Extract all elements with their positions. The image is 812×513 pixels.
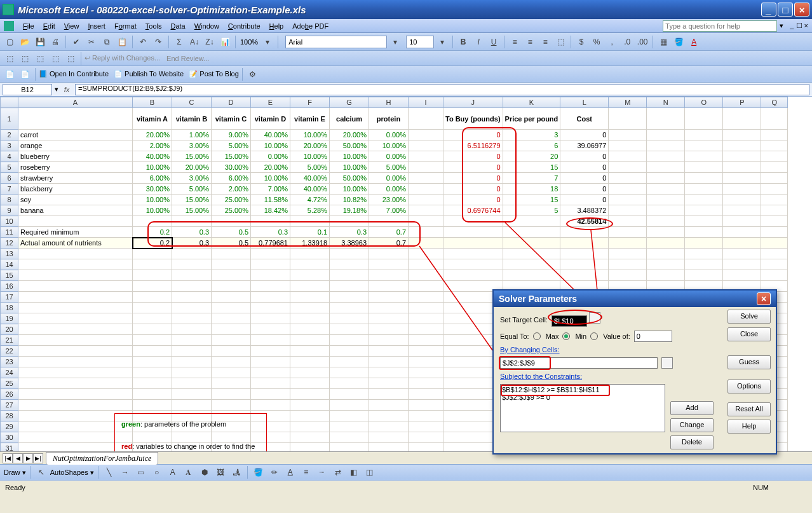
col-header[interactable]: G (330, 97, 369, 108)
cell[interactable]: 10.00% (133, 162, 172, 173)
col-header[interactable]: O (685, 97, 723, 108)
row-header[interactable]: 4 (1, 151, 18, 162)
cell[interactable] (133, 357, 172, 367)
target-ref-icon[interactable] (589, 312, 600, 324)
cell[interactable] (609, 151, 647, 162)
cell[interactable] (560, 259, 609, 270)
col-header[interactable]: H (369, 97, 409, 108)
cell[interactable] (409, 357, 443, 367)
cell[interactable] (172, 259, 212, 270)
cell[interactable] (172, 303, 212, 313)
cell[interactable] (723, 249, 761, 259)
row-header[interactable]: 12 (1, 238, 18, 249)
solver-dialog[interactable]: Solver Parameters × Set Target Cell: Equ… (492, 289, 777, 455)
close-solver-button[interactable]: Close (727, 327, 771, 341)
cell[interactable] (409, 151, 443, 162)
cell[interactable] (18, 281, 133, 292)
cell[interactable] (409, 292, 443, 303)
comma-icon[interactable]: , (605, 35, 619, 49)
cell[interactable] (18, 259, 133, 270)
cell[interactable] (212, 367, 251, 378)
cell[interactable]: 1.00% (172, 130, 212, 140)
cell[interactable] (409, 259, 443, 270)
cell[interactable] (409, 184, 443, 195)
tab-first-icon[interactable]: |◀ (3, 453, 13, 463)
cell[interactable]: 0 (560, 173, 609, 184)
radio-min[interactable] (562, 332, 570, 340)
percent-icon[interactable]: % (590, 35, 604, 49)
cell[interactable] (647, 140, 685, 151)
radio-max[interactable] (533, 332, 541, 340)
tab-prev-icon[interactable]: ◀ (13, 453, 23, 463)
cell[interactable]: 1.33918 (290, 238, 330, 249)
wordart-icon[interactable]: 𝐀 (182, 465, 196, 479)
col-header[interactable]: J (443, 97, 503, 108)
cell[interactable]: 15.00% (212, 151, 251, 162)
delete-constraint-button[interactable]: Delete (670, 435, 714, 449)
cell[interactable] (503, 227, 560, 238)
cell[interactable] (251, 270, 290, 281)
cell[interactable] (330, 313, 369, 324)
cell[interactable] (133, 313, 172, 324)
cell[interactable]: 10.00% (330, 184, 369, 195)
row-header[interactable]: 13 (1, 249, 18, 259)
cell[interactable]: 6.5116279 (443, 140, 503, 151)
cell[interactable]: 3 (503, 130, 560, 140)
cell[interactable] (330, 292, 369, 303)
cell[interactable] (18, 303, 133, 313)
cell[interactable] (18, 313, 133, 324)
cell[interactable] (212, 281, 251, 292)
row-header[interactable]: 21 (1, 335, 18, 346)
cell[interactable] (443, 249, 503, 259)
changing-ref-icon[interactable] (661, 357, 673, 369)
cell[interactable] (609, 184, 647, 195)
cell[interactable]: roseberry (18, 162, 133, 173)
guess-button[interactable]: Guess (727, 355, 771, 369)
cell[interactable] (212, 292, 251, 303)
cell[interactable] (172, 389, 212, 400)
cell[interactable]: 20 (503, 151, 560, 162)
cell[interactable]: 3.488372 (560, 205, 609, 216)
solver-close-button[interactable]: × (757, 292, 771, 305)
target-cell-input[interactable] (551, 315, 587, 327)
cell[interactable]: 50.00% (330, 173, 369, 184)
valueof-input[interactable] (634, 331, 672, 342)
cell[interactable] (409, 378, 443, 389)
align-left-icon[interactable]: ≡ (508, 35, 522, 49)
cell[interactable] (251, 378, 290, 389)
cell[interactable] (290, 389, 330, 400)
cell[interactable] (560, 249, 609, 259)
cell[interactable]: 0.6976744 (443, 205, 503, 216)
row-header[interactable]: 1 (1, 108, 18, 130)
cell[interactable]: vitamin C (212, 108, 251, 130)
cell[interactable] (685, 216, 723, 227)
cell[interactable] (251, 357, 290, 367)
cell[interactable] (133, 303, 172, 313)
cell[interactable] (761, 259, 788, 270)
cell[interactable] (647, 216, 685, 227)
cell[interactable] (18, 400, 133, 411)
cell[interactable]: 10.00% (251, 173, 290, 184)
undo-icon[interactable]: ↶ (136, 35, 150, 49)
row-header[interactable]: 2 (1, 130, 18, 140)
cell[interactable] (369, 281, 409, 292)
cell[interactable] (369, 249, 409, 259)
cell[interactable] (409, 249, 443, 259)
cell[interactable] (133, 270, 172, 281)
cell[interactable] (503, 249, 560, 259)
copy-icon[interactable]: ⧉ (100, 35, 114, 49)
cell[interactable] (290, 313, 330, 324)
cell[interactable] (251, 292, 290, 303)
cell[interactable]: 7.00% (369, 205, 409, 216)
radio-valueof[interactable] (590, 332, 598, 340)
row-header[interactable]: 9 (1, 205, 18, 216)
cell[interactable] (133, 367, 172, 378)
cell[interactable]: 0.2 (133, 238, 172, 249)
draw-menu[interactable]: Draw ▾ (4, 469, 26, 477)
cell[interactable] (723, 173, 761, 184)
cell[interactable] (443, 270, 503, 281)
cell[interactable]: 0 (560, 195, 609, 205)
cell[interactable] (251, 335, 290, 346)
borders-icon[interactable]: ▦ (656, 35, 670, 49)
merge-icon[interactable]: ⬚ (553, 35, 567, 49)
